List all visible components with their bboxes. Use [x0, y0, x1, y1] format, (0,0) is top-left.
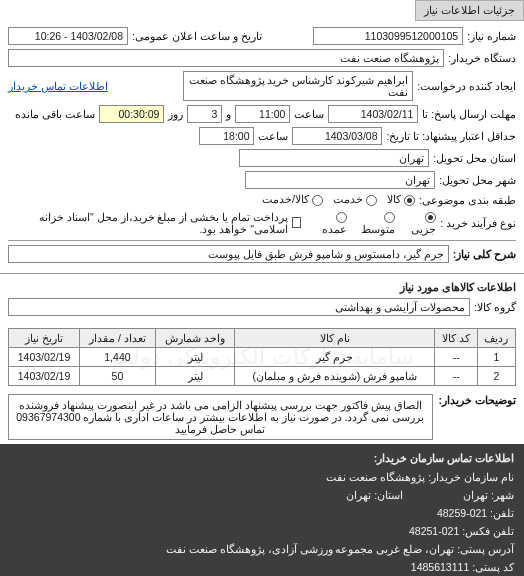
- col-qty: تعداد / مقدار: [80, 328, 156, 347]
- label-requester: ایجاد کننده درخواست:: [417, 80, 516, 92]
- label-validity: حداقل اعتبار پیشنهاد: تا تاریخ:: [386, 130, 516, 142]
- field-deadline-time: 11:00: [235, 105, 290, 123]
- label-org: نام سازمان خریدار:: [428, 471, 514, 483]
- label-group: گروه کالا:: [474, 301, 516, 313]
- col-name: نام کالا: [235, 328, 435, 347]
- label-deadline: مهلت ارسال پاسخ: تا: [422, 108, 516, 120]
- field-announce-dt: 1403/02/08 - 10:26: [8, 27, 128, 45]
- radio-medium-label: متوسط: [361, 223, 395, 235]
- cell-idx: 1: [477, 347, 515, 366]
- cell-name: جرم گیر: [235, 347, 435, 366]
- val-org: پژوهشگاه صنعت نفت: [326, 471, 425, 483]
- table-row: 2 -- شامپو فرش (شوینده فرش و مبلمان) لیت…: [9, 366, 516, 385]
- col-date: تاریخ نیاز: [9, 328, 80, 347]
- field-requester: ابراهیم شیرکوند کارشناس خرید پژوهشگاه صن…: [183, 71, 413, 101]
- label-buyer-unit: دستگاه خریدار:: [448, 52, 516, 64]
- radio-low[interactable]: [425, 212, 436, 223]
- label-c-city: شهر:: [491, 489, 514, 501]
- label-and: و: [226, 108, 231, 120]
- items-table-wrap: سامانه تدارکات الکترونیکی دولت ردیف کد ک…: [0, 328, 524, 386]
- label-buyer-notes: توضیحات خریدار:: [439, 394, 516, 440]
- radio-high-label: عمده: [322, 223, 347, 235]
- cell-date: 1403/02/19: [9, 347, 80, 366]
- radio-goods[interactable]: [404, 195, 415, 206]
- field-validity-date: 1403/03/08: [292, 127, 382, 145]
- label-at-time: ساعت: [294, 108, 324, 120]
- label-summary: شرح کلی نیاز:: [453, 248, 516, 260]
- val-c-addr: تهران، ضلع غربی مجموعه ورزشی آزادی، پژوه…: [166, 543, 454, 555]
- label-c-province: استان:: [374, 489, 403, 501]
- radio-high[interactable]: [336, 212, 347, 223]
- field-group: محصولات آرایشی و بهداشتی: [8, 298, 470, 316]
- contact-block-title: اطلاعات تماس سازمان خریدار:: [10, 450, 514, 468]
- contact-buyer-link[interactable]: اطلاعات تماس خریدار: [8, 80, 108, 92]
- label-at-time-2: ساعت: [258, 130, 288, 142]
- table-header-row: ردیف کد کالا نام کالا واحد شمارش تعداد /…: [9, 328, 516, 347]
- label-pack-class: طبقه بندی موضوعی:: [419, 194, 516, 206]
- col-unit: واحد شمارش: [155, 328, 234, 347]
- radio-service[interactable]: [366, 195, 377, 206]
- buyer-notes-text: الصاق پیش فاکتور جهت بررسی پیشنهاد الزام…: [8, 394, 433, 440]
- cell-code: --: [435, 366, 478, 385]
- field-deadline-date: 1403/02/11: [328, 105, 418, 123]
- field-buyer-unit: پژوهشگاه صنعت نفت: [8, 49, 444, 67]
- label-c-phone1: تلفن:: [490, 507, 514, 519]
- field-summary: جرم گیر، دامستوس و شامپو فرش طبق فایل پی…: [8, 245, 449, 263]
- items-table: ردیف کد کالا نام کالا واحد شمارش تعداد /…: [8, 328, 516, 386]
- treasury-checkbox[interactable]: [292, 217, 301, 228]
- cell-idx: 2: [477, 366, 515, 385]
- label-req-no: شماره نیاز:: [467, 30, 516, 42]
- field-province: تهران: [239, 149, 429, 167]
- type-radio-group: جزیی متوسط عمده: [316, 210, 436, 236]
- label-days-unit: روز: [168, 108, 183, 120]
- cell-unit: لیتر: [155, 347, 234, 366]
- label-city: شهر محل تحویل:: [439, 174, 516, 186]
- col-code: کد کالا: [435, 328, 478, 347]
- class-radio-group: کالا خدمت کالا/خدمت: [262, 193, 415, 206]
- val-c-pobox: 1485613111: [411, 561, 469, 573]
- label-c-fax: تلفن فکس:: [462, 525, 514, 537]
- field-city: تهران: [245, 171, 435, 189]
- radio-goods-service[interactable]: [312, 195, 323, 206]
- table-row: 1 -- جرم گیر لیتر 1,440 1403/02/19: [9, 347, 516, 366]
- val-c-province: تهران: [346, 489, 371, 501]
- label-c-addr: آدرس پستی:: [457, 543, 514, 555]
- field-req-no: 1103099512000105: [313, 27, 463, 45]
- cell-unit: لیتر: [155, 366, 234, 385]
- purchase-note: پرداخت تمام یا بخشی از مبلغ خرید،از محل …: [8, 211, 288, 235]
- val-c-phone1: 021-48259: [437, 507, 487, 519]
- cell-code: --: [435, 347, 478, 366]
- field-validity-time: 18:00: [199, 127, 254, 145]
- buyer-notes: توضیحات خریدار: الصاق پیش فاکتور جهت برر…: [0, 390, 524, 444]
- radio-medium[interactable]: [384, 212, 395, 223]
- cell-qty: 50: [80, 366, 156, 385]
- items-section-title: اطلاعات کالاهای مورد نیاز: [0, 276, 524, 296]
- label-remaining: ساعت باقی مانده: [15, 108, 95, 120]
- field-time-left: 00:30:09: [99, 105, 164, 123]
- label-announce-dt: تاریخ و ساعت اعلان عمومی:: [132, 30, 262, 42]
- cell-name: شامپو فرش (شوینده فرش و مبلمان): [235, 366, 435, 385]
- label-c-pobox: کد پستی:: [472, 561, 514, 573]
- cell-qty: 1,440: [80, 347, 156, 366]
- col-row: ردیف: [477, 328, 515, 347]
- radio-goods-label: کالا: [387, 193, 401, 205]
- contact-block: اطلاعات تماس سازمان خریدار: نام سازمان خ…: [0, 444, 524, 576]
- tab-title: جزئیات اطلاعات نیاز: [415, 0, 524, 21]
- val-c-city: تهران: [463, 489, 488, 501]
- field-days-left: 3: [187, 105, 222, 123]
- radio-service-label: خدمت: [333, 193, 363, 205]
- cell-date: 1403/02/19: [9, 366, 80, 385]
- val-c-fax: 021-48251: [409, 525, 459, 537]
- radio-low-label: جزیی: [411, 223, 436, 235]
- header-form: شماره نیاز: 1103099512000105 تاریخ و ساع…: [0, 21, 524, 271]
- label-province: استان محل تحویل:: [433, 152, 516, 164]
- label-purchase-type: نوع فرآیند خرید :: [440, 217, 516, 229]
- radio-goods-service-label: کالا/خدمت: [262, 193, 309, 205]
